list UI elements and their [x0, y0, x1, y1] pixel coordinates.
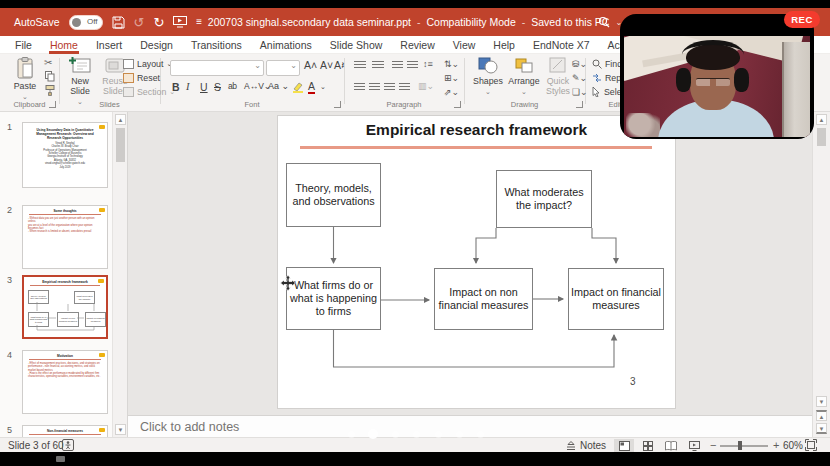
align-right-icon[interactable]: [384, 83, 395, 92]
tab-home[interactable]: Home: [41, 36, 87, 54]
tab-help[interactable]: Help: [484, 36, 524, 54]
underline-button[interactable]: U: [200, 81, 208, 93]
line-spacing-icon[interactable]: ↕≡: [423, 59, 433, 69]
slide-thumbnail-1[interactable]: Using Secondary Data in Quantitative Man…: [22, 122, 108, 188]
align-center-icon[interactable]: [369, 83, 380, 92]
tab-file[interactable]: File: [6, 36, 41, 54]
zoom-slider-handle[interactable]: [738, 441, 742, 450]
autosave-toggle[interactable]: Off: [69, 15, 103, 30]
customize-toolbar-icon[interactable]: ≡: [196, 17, 202, 27]
paste-button[interactable]: Paste ⌄: [6, 57, 44, 101]
zoom-level[interactable]: 60%: [783, 440, 803, 451]
scroll-up-icon[interactable]: ▲: [816, 114, 827, 125]
align-text-icon[interactable]: ⊞⌄: [444, 73, 459, 83]
redo-icon[interactable]: ↻: [153, 16, 164, 29]
diagram-box-financial[interactable]: Impact on financial measures: [568, 268, 664, 330]
notes-toggle-button[interactable]: Notes: [566, 440, 606, 451]
align-left-icon[interactable]: [354, 83, 365, 92]
copy-icon[interactable]: [45, 71, 55, 82]
tab-design[interactable]: Design: [131, 36, 182, 54]
new-slide-button[interactable]: New Slide ⌄: [63, 57, 97, 106]
font-size-combo[interactable]: [266, 60, 300, 76]
thumbnail-scrollbar[interactable]: ▲ ▼: [112, 112, 127, 437]
save-icon[interactable]: [112, 16, 125, 29]
arrange-button[interactable]: Arrange ⌄: [506, 57, 542, 96]
drawing-dialog-launcher[interactable]: [576, 101, 583, 108]
text-direction-icon[interactable]: ⇅⌄: [444, 59, 459, 69]
tab-endnote[interactable]: EndNote X7: [524, 36, 599, 54]
accessibility-checker-icon[interactable]: [62, 439, 74, 451]
paragraph-dialog-launcher[interactable]: [454, 101, 461, 108]
italic-button[interactable]: I: [186, 81, 190, 92]
next-slide-icon[interactable]: ▼: [816, 423, 827, 434]
slide-sorter-view-button[interactable]: [638, 439, 658, 452]
slide-thumbnail-3-selected[interactable]: Empirical research framework Theory, mod…: [22, 275, 108, 339]
reset-button[interactable]: Reset: [123, 73, 160, 83]
undo-icon[interactable]: ↺: [134, 16, 145, 29]
character-spacing-button[interactable]: A↔V⌄: [244, 81, 271, 91]
font-color-button[interactable]: A: [308, 81, 315, 94]
clipboard-dialog-launcher[interactable]: [49, 101, 56, 108]
clear-formatting-icon[interactable]: A𝄽: [334, 59, 344, 72]
chevron-down-icon[interactable]: ⌄: [320, 83, 326, 91]
fit-slide-to-window-icon[interactable]: [805, 439, 817, 451]
decrease-indent-icon[interactable]: [392, 61, 403, 70]
section-button[interactable]: Section ⌄: [123, 87, 175, 97]
scrollbar-thumb[interactable]: [817, 128, 826, 146]
tab-review[interactable]: Review: [391, 36, 443, 54]
normal-view-button[interactable]: [614, 439, 634, 452]
bullets-icon[interactable]: [354, 61, 366, 70]
shape-effects-icon[interactable]: ❏⌄: [572, 87, 588, 97]
tab-insert[interactable]: Insert: [87, 36, 131, 54]
tab-view[interactable]: View: [444, 36, 485, 54]
diagram-box-moderates[interactable]: What moderates the impact?: [496, 170, 592, 228]
previous-slide-icon[interactable]: ▲: [816, 410, 827, 421]
numbering-icon[interactable]: [372, 61, 384, 70]
bold-button[interactable]: B: [172, 81, 180, 93]
zoom-slider-track[interactable]: [720, 445, 768, 447]
format-painter-icon[interactable]: [45, 85, 55, 96]
new-slide-label: New Slide: [63, 76, 97, 96]
zoom-out-button[interactable]: −: [710, 439, 716, 451]
diagram-box-nonfinancial[interactable]: Impact on non financial measures: [434, 268, 533, 330]
scroll-up-icon[interactable]: ▲: [115, 114, 126, 125]
slide-canvas[interactable]: Empirical research framework: [278, 116, 675, 408]
tab-animations[interactable]: Animations: [251, 36, 321, 54]
diagram-box-theory[interactable]: Theory, models, and observations: [286, 163, 381, 227]
notes-pane[interactable]: Click to add notes: [128, 415, 812, 437]
layout-button[interactable]: Layout ⌄: [123, 59, 172, 69]
smartart-icon[interactable]: ⇗⌄: [444, 87, 459, 97]
slide-thumbnail-4[interactable]: Motivation - Effect of management practi…: [22, 350, 108, 414]
vertical-scrollbar[interactable]: ▲ ▼ ▲ ▼: [812, 112, 830, 437]
increase-indent-icon[interactable]: [407, 61, 418, 70]
slide-thumbnail-2[interactable]: Some thoughts - Without data you are jus…: [22, 205, 108, 269]
zoom-in-button[interactable]: +: [773, 439, 779, 451]
diagram-box-what-firms-do[interactable]: What firms do or what is happening to fi…: [286, 267, 381, 330]
font-name-combo[interactable]: [170, 60, 264, 76]
shape-fill-icon[interactable]: ⛁⌄: [572, 59, 587, 69]
tab-transitions[interactable]: Transitions: [182, 36, 251, 54]
change-case-button[interactable]: Aa ⌄: [268, 81, 289, 91]
decrease-font-icon[interactable]: A˅: [320, 59, 333, 71]
shapes-button[interactable]: Shapes ⌄: [472, 57, 504, 96]
search-icon[interactable]: [598, 16, 610, 28]
scrollbar-thumb[interactable]: [116, 128, 125, 162]
highlight-color-button[interactable]: [292, 82, 304, 93]
font-dialog-launcher[interactable]: [334, 101, 341, 108]
find-button[interactable]: Find: [592, 59, 622, 69]
shape-outline-icon[interactable]: ✎⌄: [572, 73, 587, 83]
scroll-down-icon[interactable]: ▼: [115, 424, 126, 435]
cut-icon[interactable]: ✂: [44, 57, 52, 68]
increase-font-icon[interactable]: A˄: [304, 59, 317, 71]
quick-styles-button[interactable]: Quick Styles: [543, 57, 573, 96]
strikethrough-button[interactable]: S: [214, 81, 221, 93]
columns-icon[interactable]: ▥⌄: [418, 81, 434, 91]
scroll-down-icon[interactable]: ▼: [816, 396, 827, 407]
text-shadow-button[interactable]: ab: [228, 81, 236, 91]
reading-view-button[interactable]: [661, 439, 681, 452]
slideshow-view-button[interactable]: [684, 439, 704, 452]
start-slideshow-icon[interactable]: [173, 16, 187, 28]
tab-slide-show[interactable]: Slide Show: [321, 36, 392, 54]
notes-placeholder[interactable]: Click to add notes: [140, 420, 239, 434]
justify-icon[interactable]: [399, 83, 410, 92]
